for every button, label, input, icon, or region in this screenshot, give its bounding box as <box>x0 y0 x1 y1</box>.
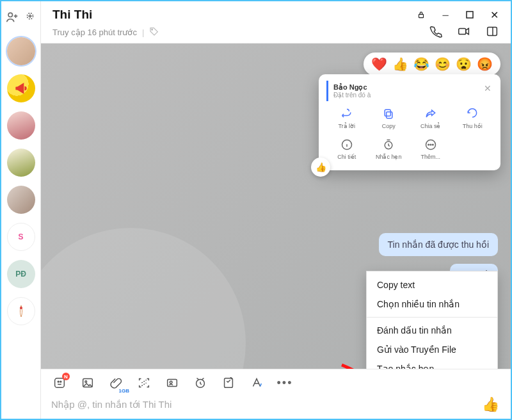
more-tools-button[interactable]: ••• <box>276 375 293 391</box>
reaction-like[interactable]: 👍 <box>392 56 408 72</box>
sidebar-avatar-4[interactable] <box>7 149 35 177</box>
contact-card-button[interactable] <box>164 375 180 391</box>
message-input[interactable] <box>51 399 500 410</box>
ctx-select-many[interactable]: Chọn nhiều tin nhắn <box>367 295 497 314</box>
action-more[interactable]: Thêm... <box>410 136 451 163</box>
add-friend-icon[interactable] <box>5 10 19 24</box>
minimize-button[interactable]: ─ <box>440 10 451 20</box>
action-share[interactable]: Chia sẻ <box>410 105 451 132</box>
svg-point-22 <box>170 381 172 384</box>
task-button[interactable] <box>220 375 237 391</box>
svg-point-0 <box>8 13 12 17</box>
sidebar-avatar-3[interactable] <box>7 111 35 140</box>
svg-rect-6 <box>459 28 466 34</box>
reaction-wow[interactable]: 😧 <box>456 56 472 72</box>
chat-title: Thi Thi <box>52 8 92 22</box>
action-copy[interactable]: Copy <box>369 105 410 132</box>
svg-point-15 <box>432 144 433 145</box>
maximize-button[interactable] <box>465 11 475 19</box>
sticker-button[interactable]: N <box>51 375 68 391</box>
svg-point-18 <box>60 381 61 382</box>
reminder-button[interactable] <box>192 375 209 391</box>
svg-rect-7 <box>488 28 497 36</box>
video-call-icon[interactable] <box>457 24 471 40</box>
ctx-copy-text[interactable]: Copy text <box>367 275 497 295</box>
svg-rect-24 <box>225 378 233 388</box>
chat-area: ❤️ 👍 😂 😊 😧 😡 Bảo Ngọc Đặt trên đó à ✕ <box>41 44 511 369</box>
popover-thumb-icon[interactable]: 👍 <box>311 158 330 177</box>
action-reminder[interactable]: Nhắc hẹn <box>369 136 410 163</box>
ctx-create-reminder[interactable]: Tạo nhắc hẹn <box>367 359 497 369</box>
reaction-smile[interactable]: 😊 <box>435 56 451 72</box>
attach-size-label: 1GB <box>119 388 129 394</box>
composer: N 1GB <box>41 369 511 419</box>
svg-rect-9 <box>385 109 390 116</box>
reaction-heart[interactable]: ❤️ <box>371 56 387 72</box>
sidebar-avatar-megaphone[interactable] <box>7 74 35 102</box>
quote-snippet: Đặt trên đó à <box>333 92 371 99</box>
ctx-mark[interactable]: Đánh dấu tin nhắn <box>367 321 497 340</box>
tag-icon[interactable] <box>149 26 159 38</box>
image-button[interactable] <box>79 375 96 391</box>
reaction-angry[interactable]: 😡 <box>477 56 493 72</box>
action-recall[interactable]: Thu hồi <box>452 105 493 132</box>
svg-point-20 <box>85 381 87 383</box>
svg-point-2 <box>20 307 22 309</box>
action-details[interactable]: Chi tiết <box>326 136 367 163</box>
screenshot-button[interactable] <box>136 375 152 391</box>
quote-author: Bảo Ngọc <box>333 83 371 92</box>
svg-rect-3 <box>419 14 424 17</box>
message-actions-popover: Bảo Ngọc Đặt trên đó à ✕ Trả lời Copy <box>319 74 500 170</box>
send-like-button[interactable]: 👍 <box>482 396 499 413</box>
close-button[interactable]: ✕ <box>489 9 499 21</box>
svg-point-17 <box>58 381 59 382</box>
action-reply[interactable]: Trả lời <box>326 105 367 132</box>
popover-close-icon[interactable]: ✕ <box>484 83 492 93</box>
sidebar-avatar-1[interactable] <box>7 37 35 65</box>
format-button[interactable] <box>248 375 265 391</box>
panel-toggle-icon[interactable] <box>485 24 499 40</box>
lock-icon[interactable] <box>416 10 426 19</box>
context-menu: Copy text Chọn nhiều tin nhắn Đánh dấu t… <box>366 271 498 369</box>
svg-rect-4 <box>467 12 473 18</box>
presence-text: Truy cập 16 phút trước | <box>52 26 159 38</box>
sidebar-avatar-5[interactable] <box>7 186 35 214</box>
sticker-new-badge: N <box>62 373 70 380</box>
svg-point-14 <box>430 144 431 145</box>
voice-call-icon[interactable] <box>429 24 443 40</box>
create-group-icon[interactable] <box>23 10 37 24</box>
attach-button[interactable]: 1GB <box>108 375 124 391</box>
sidebar: S PĐ <box>1 1 41 419</box>
svg-rect-16 <box>55 378 65 388</box>
sidebar-avatar-6[interactable]: S <box>7 223 35 251</box>
reaction-picker[interactable]: ❤️ 👍 😂 😊 😧 😡 <box>364 52 500 76</box>
reaction-laugh[interactable]: 😂 <box>413 56 429 72</box>
svg-point-13 <box>428 144 429 145</box>
message-recalled[interactable]: Tin nhắn đã được thu hồi <box>379 233 498 256</box>
sidebar-avatar-8[interactable] <box>7 297 35 325</box>
window-controls: ─ ✕ <box>416 9 499 21</box>
svg-point-5 <box>152 29 153 30</box>
ctx-send-file[interactable]: Gửi vào Truyền File <box>367 340 497 359</box>
chat-header: Thi Thi ─ ✕ Truy cập 16 phút trước | <box>41 1 511 44</box>
sidebar-avatar-initials[interactable]: PĐ <box>7 260 35 288</box>
svg-rect-8 <box>387 112 392 118</box>
